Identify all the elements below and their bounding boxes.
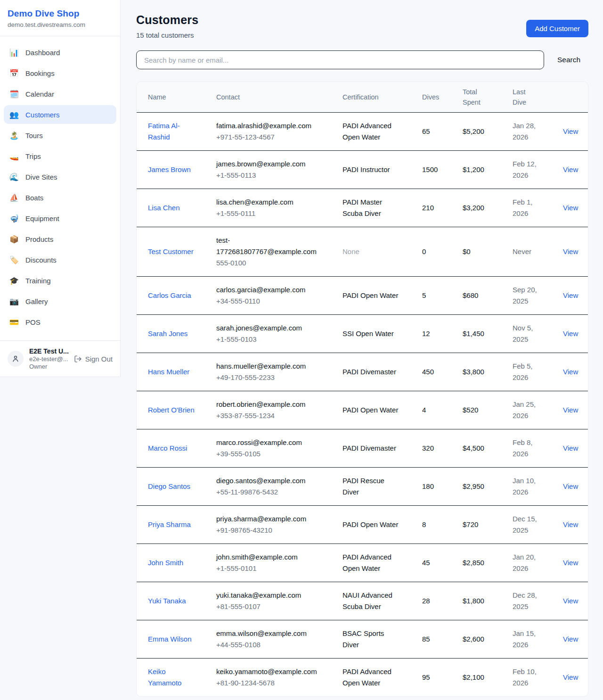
- customer-certification: PADI Open Water: [342, 519, 398, 530]
- column-header-last-dive: Last Dive: [513, 82, 563, 113]
- view-customer-link[interactable]: View: [563, 444, 578, 452]
- view-customer-link[interactable]: View: [563, 291, 578, 299]
- column-header-dives: Dives: [422, 82, 463, 113]
- customer-contact: test-1772681807767@example.com555-0100: [216, 235, 339, 269]
- main-content: Customers 15 total customers Add Custome…: [121, 0, 603, 700]
- sidebar-item-training[interactable]: 🎓Training: [4, 271, 116, 290]
- customer-dives: 4: [422, 406, 426, 414]
- view-customer-link[interactable]: View: [563, 329, 578, 338]
- sidebar-item-pos[interactable]: 💳POS: [4, 313, 116, 331]
- view-customer-link[interactable]: View: [563, 165, 578, 173]
- sidebar-item-gallery[interactable]: 📷Gallery: [4, 292, 116, 311]
- view-customer-link[interactable]: View: [563, 635, 578, 643]
- customer-last-dive: Jan 15, 2026: [513, 628, 546, 651]
- customer-name-link[interactable]: Sarah Jones: [148, 328, 187, 339]
- customer-dives: 0: [422, 247, 426, 255]
- user-meta: E2E Test U... e2e-tester@... Owner: [29, 347, 68, 370]
- table-row: Priya Sharmapriya.sharma@example.com+91-…: [137, 506, 588, 544]
- dive-sites-icon: 🌊: [9, 173, 19, 181]
- customer-email: carlos.garcia@example.com: [216, 284, 305, 296]
- sidebar-item-dashboard[interactable]: 📊Dashboard: [4, 43, 116, 62]
- pos-icon: 💳: [9, 318, 19, 327]
- customer-certification: NAUI Advanced Scuba Diver: [342, 590, 401, 612]
- customer-last-dive: Jan 28, 2026: [513, 120, 546, 143]
- customer-name-link[interactable]: Hans Mueller: [148, 366, 189, 378]
- customer-name-link[interactable]: Priya Sharma: [148, 519, 191, 530]
- boats-icon: ⛵: [9, 193, 19, 202]
- customer-contact: marco.rossi@example.com+39-555-0105: [216, 437, 339, 460]
- search-input[interactable]: [136, 50, 544, 69]
- customer-dives: 95: [422, 673, 430, 681]
- table-row: John Smithjohn.smith@example.com+1-555-0…: [137, 544, 588, 582]
- training-icon: 🎓: [9, 276, 19, 285]
- customer-dives: 320: [422, 444, 434, 452]
- sidebar-item-discounts[interactable]: 🏷️Discounts: [4, 250, 116, 269]
- add-customer-button[interactable]: Add Customer: [526, 20, 588, 37]
- customer-phone: +81-90-1234-5678: [216, 677, 339, 689]
- customer-dives: 28: [422, 597, 430, 605]
- table-row: Test Customertest-1772681807767@example.…: [137, 227, 588, 277]
- search-button[interactable]: Search: [556, 53, 581, 67]
- table-row: Lisa Chenlisa.chen@example.com+1-555-011…: [137, 189, 588, 227]
- sidebar-item-customers[interactable]: 👥Customers: [4, 105, 116, 124]
- customer-last-dive: Feb 1, 2026: [513, 197, 546, 219]
- customer-name-link[interactable]: Marco Rossi: [148, 443, 187, 454]
- customer-email: lisa.chen@example.com: [216, 197, 293, 208]
- customer-name-link[interactable]: Keiko Yamamoto: [148, 666, 195, 689]
- table-row: Robert O'Brienrobert.obrien@example.com+…: [137, 391, 588, 429]
- customer-total-spent: $3,200: [463, 204, 484, 212]
- customer-name-link[interactable]: Carlos Garcia: [148, 290, 191, 301]
- user-name: E2E Test U...: [29, 347, 68, 355]
- sign-out-button[interactable]: Sign Out: [74, 355, 113, 363]
- customer-phone: +1-555-0111: [216, 208, 339, 219]
- sidebar-item-products[interactable]: 📦Products: [4, 230, 116, 248]
- view-customer-link[interactable]: View: [563, 204, 578, 212]
- sidebar-item-label: Equipment: [25, 214, 59, 222]
- view-customer-link[interactable]: View: [563, 482, 578, 490]
- column-header-contact: Contact: [216, 82, 342, 113]
- customer-name-link[interactable]: John Smith: [148, 557, 183, 568]
- customer-name-link[interactable]: Emma Wilson: [148, 634, 192, 645]
- view-customer-link[interactable]: View: [563, 127, 578, 135]
- customer-certification: PADI Divemaster: [342, 366, 396, 378]
- view-customer-link[interactable]: View: [563, 247, 578, 255]
- customer-name-link[interactable]: Yuki Tanaka: [148, 595, 186, 607]
- sidebar-item-trips[interactable]: 🚤Trips: [4, 147, 116, 165]
- customer-phone: +1-555-0103: [216, 334, 339, 345]
- sidebar-item-calendar[interactable]: 🗓️Calendar: [4, 84, 116, 103]
- customer-dives: 12: [422, 329, 430, 338]
- brand-name: Demo Dive Shop: [8, 8, 113, 19]
- customer-name-link[interactable]: Fatima Al-Rashid: [148, 120, 195, 143]
- avatar: [8, 351, 24, 367]
- customer-name-link[interactable]: Diego Santos: [148, 481, 190, 492]
- sidebar-item-label: Dive Sites: [25, 173, 57, 181]
- view-customer-link[interactable]: View: [563, 597, 578, 605]
- customer-name-link[interactable]: Robert O'Brien: [148, 404, 195, 416]
- customer-name-link[interactable]: James Brown: [148, 164, 191, 175]
- sidebar-item-dive-sites[interactable]: 🌊Dive Sites: [4, 167, 116, 186]
- customer-dives: 210: [422, 204, 434, 212]
- sign-out-label: Sign Out: [85, 355, 113, 363]
- sidebar-item-tours[interactable]: 🏝️Tours: [4, 126, 116, 145]
- view-customer-link[interactable]: View: [563, 559, 578, 567]
- view-customer-link[interactable]: View: [563, 673, 578, 681]
- customer-contact: lisa.chen@example.com+1-555-0111: [216, 197, 339, 219]
- sidebar-item-boats[interactable]: ⛵Boats: [4, 188, 116, 207]
- customer-last-dive: Dec 15, 2025: [513, 513, 546, 536]
- view-customer-link[interactable]: View: [563, 406, 578, 414]
- customer-certification: BSAC Sports Diver: [342, 628, 401, 651]
- customer-email: hans.mueller@example.com: [216, 361, 306, 372]
- customer-total-spent: $720: [463, 520, 478, 528]
- sidebar-item-equipment[interactable]: 🤿Equipment: [4, 209, 116, 228]
- customer-email: test-1772681807767@example.com: [216, 235, 318, 257]
- customer-certification: PADI Advanced Open Water: [342, 120, 401, 143]
- customer-certification: PADI Open Water: [342, 404, 398, 416]
- customer-email: james.brown@example.com: [216, 158, 305, 170]
- view-customer-link[interactable]: View: [563, 368, 578, 376]
- customer-phone: +353-87-555-1234: [216, 410, 339, 421]
- customer-name-link[interactable]: Test Customer: [148, 246, 194, 257]
- customer-last-dive: Never: [513, 246, 531, 257]
- sidebar-item-bookings[interactable]: 📅Bookings: [4, 64, 116, 82]
- customer-name-link[interactable]: Lisa Chen: [148, 202, 180, 214]
- view-customer-link[interactable]: View: [563, 520, 578, 528]
